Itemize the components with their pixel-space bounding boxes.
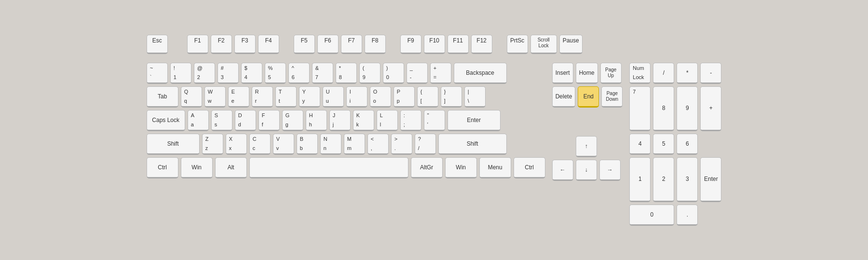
key-left-shift[interactable]: Shift (147, 134, 200, 155)
key-num-5[interactable]: 5 (653, 134, 674, 155)
key-f6[interactable]: F6 (317, 35, 339, 54)
key-pageup[interactable]: PageUp (600, 63, 622, 84)
key-arrow-right[interactable]: → (599, 160, 621, 181)
key-num-6[interactable]: 6 (677, 134, 698, 155)
key-f10[interactable]: F10 (424, 35, 445, 54)
key-b[interactable]: B b (297, 134, 318, 155)
key-4[interactable]: $ 4 (241, 63, 262, 84)
key-f11[interactable]: F11 (448, 35, 469, 54)
key-pause[interactable]: Pause (559, 35, 583, 54)
key-left-alt[interactable]: Alt (215, 157, 247, 178)
key-enter[interactable]: Enter (448, 110, 501, 131)
key-x[interactable]: X x (226, 134, 247, 155)
key-right-win[interactable]: Win (445, 157, 477, 178)
key-q[interactable]: Q q (181, 86, 202, 108)
key-left-ctrl[interactable]: Ctrl (147, 157, 178, 178)
key-f8[interactable]: F8 (365, 35, 386, 54)
key-5[interactable]: % 5 (265, 63, 286, 84)
key-f3[interactable]: F3 (234, 35, 256, 54)
key-altgr[interactable]: AltGr (411, 157, 443, 178)
key-w[interactable]: W w (204, 86, 226, 108)
key-i[interactable]: I i (346, 86, 367, 108)
key-home[interactable]: Home (576, 63, 598, 84)
key-num-minus[interactable]: - (700, 63, 721, 84)
key-r[interactable]: R r (252, 86, 273, 108)
key-z[interactable]: Z z (202, 134, 223, 155)
key-num-1[interactable]: 1 (629, 157, 651, 202)
key-semicolon[interactable]: : ; (400, 110, 421, 131)
key-e[interactable]: E e (228, 86, 249, 108)
key-backtick[interactable]: ~ ` (147, 63, 168, 84)
key-f[interactable]: F f (258, 110, 280, 131)
key-end[interactable]: End (578, 86, 599, 108)
key-num-9[interactable]: 9 (677, 86, 698, 131)
key-num-4[interactable]: 4 (629, 134, 651, 155)
key-0[interactable]: ) 0 (383, 63, 404, 84)
key-l[interactable]: L l (377, 110, 398, 131)
key-arrow-down[interactable]: ↓ (576, 160, 597, 181)
key-esc[interactable]: Esc (147, 35, 168, 54)
key-h[interactable]: H h (306, 110, 327, 131)
key-left-win[interactable]: Win (181, 157, 213, 178)
key-capslock[interactable]: Caps Lock (147, 110, 185, 131)
key-quote[interactable]: " ' (424, 110, 445, 131)
key-p[interactable]: P p (393, 86, 415, 108)
key-backspace[interactable]: Backspace (454, 63, 507, 84)
key-8[interactable]: * 8 (336, 63, 357, 84)
key-num-2[interactable]: 2 (653, 157, 674, 202)
key-space[interactable] (249, 157, 408, 178)
key-s[interactable]: S s (211, 110, 232, 131)
key-equals[interactable]: + = (430, 63, 451, 84)
key-right-shift[interactable]: Shift (438, 134, 507, 155)
key-num-slash[interactable]: / (653, 63, 674, 84)
key-9[interactable]: ( 9 (359, 63, 380, 84)
key-g[interactable]: G g (282, 110, 303, 131)
key-m[interactable]: M m (344, 134, 365, 155)
key-f1[interactable]: F1 (187, 35, 208, 54)
key-n[interactable]: N n (320, 134, 341, 155)
key-7[interactable]: & 7 (312, 63, 333, 84)
key-num-asterisk[interactable]: * (677, 63, 698, 84)
key-num-3[interactable]: 3 (677, 157, 698, 202)
key-numlock[interactable]: Num Lock (629, 63, 651, 84)
key-rightbracket[interactable]: } ] (441, 86, 462, 108)
key-num-plus[interactable]: + (700, 86, 721, 131)
key-arrow-up[interactable]: ↑ (576, 136, 597, 157)
key-o[interactable]: O o (370, 86, 391, 108)
key-insert[interactable]: Insert (552, 63, 573, 84)
key-leftbracket[interactable]: { [ (417, 86, 438, 108)
key-comma[interactable]: < , (367, 134, 389, 155)
key-scrolllock[interactable]: ScrollLock (530, 35, 557, 54)
key-num-dot[interactable]: . (677, 205, 698, 226)
key-arrow-left[interactable]: ← (552, 160, 573, 181)
key-v[interactable]: V v (273, 134, 294, 155)
key-1[interactable]: ! 1 (170, 63, 191, 84)
key-y[interactable]: Y y (299, 86, 320, 108)
key-delete[interactable]: Delete (552, 86, 576, 108)
key-f5[interactable]: F5 (294, 35, 315, 54)
key-f4[interactable]: F4 (258, 35, 279, 54)
key-6[interactable]: ^ 6 (288, 63, 310, 84)
key-f9[interactable]: F9 (400, 35, 421, 54)
key-j[interactable]: J j (329, 110, 351, 131)
key-num-8[interactable]: 8 (653, 86, 674, 131)
key-k[interactable]: K k (353, 110, 374, 131)
key-f2[interactable]: F2 (211, 35, 232, 54)
key-minus[interactable]: _ - (407, 63, 428, 84)
key-num-7[interactable]: 7 (629, 86, 651, 131)
key-num-0[interactable]: 0 (629, 205, 674, 226)
key-a[interactable]: A a (188, 110, 209, 131)
key-2[interactable]: @ 2 (194, 63, 215, 84)
key-pagedown[interactable]: PageDown (601, 86, 623, 108)
key-f12[interactable]: F12 (471, 35, 492, 54)
key-prtsc[interactable]: PrtSc (507, 35, 528, 54)
key-d[interactable]: D d (235, 110, 256, 131)
key-right-ctrl[interactable]: Ctrl (514, 157, 545, 178)
key-menu[interactable]: Menu (479, 157, 511, 178)
key-backslash[interactable]: | \ (464, 86, 486, 108)
key-u[interactable]: U u (323, 86, 344, 108)
key-num-enter[interactable]: Enter (700, 157, 721, 202)
key-3[interactable]: # 3 (217, 63, 239, 84)
key-f7[interactable]: F7 (341, 35, 362, 54)
key-c[interactable]: C c (249, 134, 271, 155)
